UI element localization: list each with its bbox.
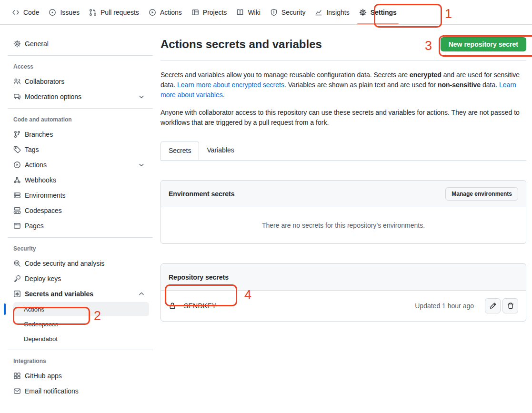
new-repository-secret-button[interactable]: New repository secret <box>441 37 526 51</box>
tab-secrets[interactable]: Secrets <box>161 141 199 160</box>
sidebar-item-github-apps[interactable]: GitHub apps <box>8 368 149 383</box>
git-branch-icon <box>13 131 21 138</box>
sidebar-item-label: Codespaces <box>25 207 145 214</box>
sidebar-subitem-label: Dependabot <box>24 335 58 342</box>
git-pull-request-icon <box>89 9 97 16</box>
key-icon <box>13 275 21 282</box>
gear-icon <box>13 40 21 48</box>
sidebar-item-actions[interactable]: Actions <box>8 157 149 172</box>
settings-sidebar: General Access Collaborators Moderation … <box>0 25 153 404</box>
gear-icon <box>359 9 367 16</box>
sidebar-divider <box>8 237 153 238</box>
sidebar-section-code-automation: Code and automation <box>13 116 149 123</box>
secret-row: SENDKEY Updated 1 hour ago <box>161 291 526 321</box>
play-icon <box>13 161 21 169</box>
sidebar-item-general[interactable]: General <box>8 36 149 51</box>
sidebar-section-security: Security <box>13 245 149 252</box>
intro-text: Secrets and variables allow you to manag… <box>161 71 410 79</box>
trash-icon <box>507 302 514 310</box>
sidebar-item-label: Tags <box>25 146 145 153</box>
sidebar-subitem-actions[interactable]: Actions <box>13 302 149 316</box>
tag-icon <box>13 146 21 153</box>
tab-actions[interactable]: Actions <box>145 0 186 24</box>
sidebar-section-integrations: Integrations <box>13 358 149 364</box>
sidebar-item-tags[interactable]: Tags <box>8 142 149 157</box>
tab-security[interactable]: Security <box>266 0 310 24</box>
tab-label: Security <box>281 9 306 16</box>
sidebar-item-label: Code security and analysis <box>25 260 145 267</box>
intro-text: data. <box>481 81 499 89</box>
delete-secret-button[interactable] <box>502 298 518 313</box>
tab-settings[interactable]: Settings <box>355 0 401 24</box>
pencil-icon <box>489 302 497 310</box>
main-content: Actions secrets and variables New reposi… <box>153 25 532 322</box>
tab-label: Settings <box>371 9 397 16</box>
sidebar-item-label: General <box>25 40 145 48</box>
environment-secrets-box: Environment secrets Manage environments … <box>161 180 526 244</box>
sidebar-item-collaborators[interactable]: Collaborators <box>8 74 149 89</box>
repository-secrets-box: Repository secrets SENDKEY Updated 1 hou… <box>161 263 526 322</box>
sidebar-subitem-dependabot[interactable]: Dependabot <box>13 332 149 346</box>
repository-secrets-header: Repository secrets <box>161 264 526 291</box>
sidebar-item-environments[interactable]: Environments <box>8 188 149 203</box>
sidebar-item-code-security[interactable]: Code security and analysis <box>8 256 149 271</box>
collaborator-note: Anyone with collaborator access to this … <box>161 108 526 128</box>
manage-environments-button[interactable]: Manage environments <box>445 187 518 201</box>
environment-secrets-title: Environment secrets <box>169 190 235 198</box>
sidebar-divider <box>8 350 153 350</box>
intro-bold-encrypted: encrypted <box>410 71 442 79</box>
environment-secrets-empty-message: There are no secrets for this repository… <box>161 207 526 243</box>
sidebar-item-label: Webhooks <box>25 176 145 184</box>
sidebar-item-label: Branches <box>25 131 145 138</box>
edit-secret-button[interactable] <box>485 298 501 313</box>
book-icon <box>236 9 244 16</box>
sidebar-subitem-label: Codespaces <box>24 321 58 328</box>
sidebar-divider <box>8 55 153 56</box>
chevron-up-icon <box>138 290 145 298</box>
page-title: Actions secrets and variables <box>161 37 322 51</box>
sidebar-item-label: Actions <box>25 161 134 169</box>
sidebar-item-label: Moderation options <box>25 93 134 101</box>
sidebar-item-label: Collaborators <box>25 78 145 85</box>
play-icon <box>149 9 156 16</box>
sidebar-item-moderation-options[interactable]: Moderation options <box>8 89 149 104</box>
comment-discussion-icon <box>13 93 21 101</box>
tab-label: Actions <box>160 9 182 16</box>
code-scan-icon <box>13 260 21 267</box>
sidebar-item-label: GitHub apps <box>25 372 145 380</box>
sidebar-item-secrets-and-variables[interactable]: Secrets and variables <box>8 286 149 302</box>
tab-projects[interactable]: Projects <box>188 0 231 24</box>
tab-issues[interactable]: Issues <box>45 0 83 24</box>
page-header: Actions secrets and variables New reposi… <box>161 37 526 60</box>
secret-asterisk-icon <box>13 290 21 298</box>
sidebar-item-pages[interactable]: Pages <box>8 218 149 233</box>
sidebar-item-label: Email notifications <box>25 387 145 395</box>
tab-code[interactable]: Code <box>8 0 43 24</box>
secret-name: SENDKEY <box>184 302 216 310</box>
sidebar-item-codespaces[interactable]: Codespaces <box>8 203 149 218</box>
secret-updated-timestamp: Updated 1 hour ago <box>415 302 474 310</box>
tab-wiki[interactable]: Wiki <box>232 0 264 24</box>
learn-more-encrypted-secrets-link[interactable]: Learn more about encrypted secrets <box>177 81 284 89</box>
intro-bold-non-sensitive: non-sensitive <box>438 81 481 89</box>
sidebar-item-label: Environments <box>25 191 145 199</box>
sidebar-item-email-notifications[interactable]: Email notifications <box>8 383 149 399</box>
browser-icon <box>13 222 21 230</box>
graph-icon <box>315 9 322 16</box>
sidebar-item-webhooks[interactable]: Webhooks <box>8 172 149 188</box>
repo-tab-bar: Code Issues Pull requests Actions Projec… <box>0 0 532 25</box>
issue-opened-icon <box>49 9 56 16</box>
tab-insights[interactable]: Insights <box>311 0 353 24</box>
sidebar-item-branches[interactable]: Branches <box>8 127 149 142</box>
tab-label: Pull requests <box>100 9 139 16</box>
sidebar-section-access: Access <box>13 63 149 70</box>
tab-variables[interactable]: Variables <box>199 141 241 160</box>
sidebar-subitem-codespaces[interactable]: Codespaces <box>13 317 149 331</box>
code-icon <box>12 9 20 16</box>
tab-pull-requests[interactable]: Pull requests <box>85 0 143 24</box>
chevron-down-icon <box>138 161 145 169</box>
sidebar-item-deploy-keys[interactable]: Deploy keys <box>8 271 149 286</box>
intro-paragraph: Secrets and variables allow you to manag… <box>161 70 526 100</box>
tab-label: Wiki <box>248 9 260 16</box>
apps-grid-icon <box>13 372 21 380</box>
